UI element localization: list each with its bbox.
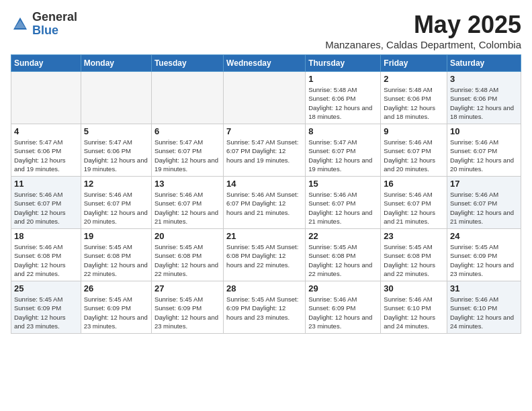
header-tuesday: Tuesday xyxy=(151,55,223,72)
day-info: Sunrise: 5:46 AM Sunset: 6:10 PM Dayligh… xyxy=(384,295,444,330)
location-title: Manzanares, Caldas Department, Colombia xyxy=(325,39,521,50)
day-number: 7 xyxy=(226,126,302,136)
calendar-cell: 26Sunrise: 5:45 AM Sunset: 6:09 PM Dayli… xyxy=(81,281,151,334)
header-wednesday: Wednesday xyxy=(224,55,306,72)
day-info: Sunrise: 5:48 AM Sunset: 6:06 PM Dayligh… xyxy=(308,85,378,121)
day-number: 22 xyxy=(308,231,378,241)
week-row-3: 18Sunrise: 5:46 AM Sunset: 6:08 PM Dayli… xyxy=(11,229,521,281)
calendar-cell: 31Sunrise: 5:46 AM Sunset: 6:10 PM Dayli… xyxy=(447,281,521,334)
calendar-cell: 8Sunrise: 5:47 AM Sunset: 6:07 PM Daylig… xyxy=(306,124,381,177)
day-number: 8 xyxy=(308,126,378,136)
day-number: 15 xyxy=(308,179,378,189)
day-info: Sunrise: 5:48 AM Sunset: 6:06 PM Dayligh… xyxy=(384,85,444,121)
calendar-cell: 1Sunrise: 5:48 AM Sunset: 6:06 PM Daylig… xyxy=(306,72,381,124)
day-number: 24 xyxy=(450,231,518,241)
calendar-table: SundayMondayTuesdayWednesdayThursdayFrid… xyxy=(11,54,521,334)
day-info: Sunrise: 5:45 AM Sunset: 6:09 PM Dayligh… xyxy=(226,295,302,322)
day-info: Sunrise: 5:47 AM Sunset: 6:06 PM Dayligh… xyxy=(14,138,78,173)
day-info: Sunrise: 5:45 AM Sunset: 6:08 PM Dayligh… xyxy=(384,242,444,278)
calendar-cell: 3Sunrise: 5:48 AM Sunset: 6:06 PM Daylig… xyxy=(447,72,521,124)
day-info: Sunrise: 5:45 AM Sunset: 6:09 PM Dayligh… xyxy=(450,242,518,278)
calendar-cell: 10Sunrise: 5:46 AM Sunset: 6:07 PM Dayli… xyxy=(447,124,521,177)
day-number: 6 xyxy=(154,126,220,136)
week-row-4: 25Sunrise: 5:45 AM Sunset: 6:09 PM Dayli… xyxy=(11,281,521,334)
day-info: Sunrise: 5:46 AM Sunset: 6:07 PM Dayligh… xyxy=(450,138,518,173)
day-number: 27 xyxy=(154,283,220,293)
month-title: May 2025 xyxy=(325,11,521,39)
logo-text: General Blue xyxy=(32,11,77,38)
calendar-cell: 22Sunrise: 5:45 AM Sunset: 6:08 PM Dayli… xyxy=(306,229,381,281)
day-info: Sunrise: 5:46 AM Sunset: 6:07 PM Dayligh… xyxy=(450,190,518,226)
logo: General Blue xyxy=(11,11,77,38)
day-number: 4 xyxy=(14,126,78,136)
day-info: Sunrise: 5:45 AM Sunset: 6:08 PM Dayligh… xyxy=(226,242,302,269)
day-number: 16 xyxy=(384,179,444,189)
day-number: 10 xyxy=(450,126,518,136)
calendar-cell: 19Sunrise: 5:45 AM Sunset: 6:08 PM Dayli… xyxy=(81,229,151,281)
day-number: 13 xyxy=(154,179,220,189)
calendar-cell: 24Sunrise: 5:45 AM Sunset: 6:09 PM Dayli… xyxy=(447,229,521,281)
day-number: 28 xyxy=(226,283,302,293)
calendar-cell: 20Sunrise: 5:45 AM Sunset: 6:08 PM Dayli… xyxy=(151,229,223,281)
svg-marker-1 xyxy=(15,20,26,28)
day-number: 5 xyxy=(84,126,148,136)
calendar-cell: 13Sunrise: 5:46 AM Sunset: 6:07 PM Dayli… xyxy=(151,177,223,229)
day-info: Sunrise: 5:45 AM Sunset: 6:08 PM Dayligh… xyxy=(154,242,220,278)
calendar-cell: 30Sunrise: 5:46 AM Sunset: 6:10 PM Dayli… xyxy=(381,281,447,334)
calendar-cell: 16Sunrise: 5:46 AM Sunset: 6:07 PM Dayli… xyxy=(381,177,447,229)
calendar-cell: 6Sunrise: 5:47 AM Sunset: 6:07 PM Daylig… xyxy=(151,124,223,177)
calendar-cell: 29Sunrise: 5:46 AM Sunset: 6:09 PM Dayli… xyxy=(306,281,381,334)
header-saturday: Saturday xyxy=(447,55,521,72)
day-info: Sunrise: 5:47 AM Sunset: 6:06 PM Dayligh… xyxy=(84,138,148,173)
day-number: 29 xyxy=(308,283,378,293)
day-info: Sunrise: 5:45 AM Sunset: 6:09 PM Dayligh… xyxy=(14,295,78,330)
header-thursday: Thursday xyxy=(306,55,381,72)
day-info: Sunrise: 5:46 AM Sunset: 6:10 PM Dayligh… xyxy=(450,295,518,330)
calendar-cell xyxy=(151,72,223,124)
day-info: Sunrise: 5:45 AM Sunset: 6:08 PM Dayligh… xyxy=(308,242,378,278)
day-number: 1 xyxy=(308,74,378,84)
day-number: 18 xyxy=(14,231,78,241)
day-number: 20 xyxy=(154,231,220,241)
day-info: Sunrise: 5:47 AM Sunset: 6:07 PM Dayligh… xyxy=(154,138,220,173)
day-number: 14 xyxy=(226,179,302,189)
header-sunday: Sunday xyxy=(11,55,81,72)
day-info: Sunrise: 5:47 AM Sunset: 6:07 PM Dayligh… xyxy=(226,138,302,165)
day-number: 12 xyxy=(84,179,148,189)
calendar-cell: 2Sunrise: 5:48 AM Sunset: 6:06 PM Daylig… xyxy=(381,72,447,124)
calendar-cell: 4Sunrise: 5:47 AM Sunset: 6:06 PM Daylig… xyxy=(11,124,81,177)
day-number: 19 xyxy=(84,231,148,241)
week-row-1: 4Sunrise: 5:47 AM Sunset: 6:06 PM Daylig… xyxy=(11,124,521,177)
page-header: General Blue May 2025 Manzanares, Caldas… xyxy=(11,11,521,50)
day-number: 9 xyxy=(384,126,444,136)
calendar-cell: 14Sunrise: 5:46 AM Sunset: 6:07 PM Dayli… xyxy=(224,177,306,229)
calendar-cell xyxy=(224,72,306,124)
calendar-cell: 12Sunrise: 5:46 AM Sunset: 6:07 PM Dayli… xyxy=(81,177,151,229)
logo-icon xyxy=(11,15,30,34)
day-number: 21 xyxy=(226,231,302,241)
day-info: Sunrise: 5:46 AM Sunset: 6:07 PM Dayligh… xyxy=(384,138,444,173)
day-info: Sunrise: 5:46 AM Sunset: 6:07 PM Dayligh… xyxy=(226,190,302,217)
logo-blue: Blue xyxy=(32,24,77,38)
title-block: May 2025 Manzanares, Caldas Department, … xyxy=(325,11,521,50)
calendar-cell: 28Sunrise: 5:45 AM Sunset: 6:09 PM Dayli… xyxy=(224,281,306,334)
calendar-cell: 25Sunrise: 5:45 AM Sunset: 6:09 PM Dayli… xyxy=(11,281,81,334)
day-number: 30 xyxy=(384,283,444,293)
calendar-cell: 17Sunrise: 5:46 AM Sunset: 6:07 PM Dayli… xyxy=(447,177,521,229)
header-monday: Monday xyxy=(81,55,151,72)
day-info: Sunrise: 5:45 AM Sunset: 6:08 PM Dayligh… xyxy=(84,242,148,278)
week-row-2: 11Sunrise: 5:46 AM Sunset: 6:07 PM Dayli… xyxy=(11,177,521,229)
day-number: 25 xyxy=(14,283,78,293)
calendar-cell: 15Sunrise: 5:46 AM Sunset: 6:07 PM Dayli… xyxy=(306,177,381,229)
calendar-cell: 21Sunrise: 5:45 AM Sunset: 6:08 PM Dayli… xyxy=(224,229,306,281)
day-info: Sunrise: 5:46 AM Sunset: 6:08 PM Dayligh… xyxy=(14,242,78,278)
day-info: Sunrise: 5:47 AM Sunset: 6:07 PM Dayligh… xyxy=(308,138,378,173)
day-info: Sunrise: 5:45 AM Sunset: 6:09 PM Dayligh… xyxy=(154,295,220,330)
day-info: Sunrise: 5:46 AM Sunset: 6:07 PM Dayligh… xyxy=(14,190,78,226)
day-info: Sunrise: 5:46 AM Sunset: 6:09 PM Dayligh… xyxy=(308,295,378,330)
day-number: 3 xyxy=(450,74,518,84)
week-row-0: 1Sunrise: 5:48 AM Sunset: 6:06 PM Daylig… xyxy=(11,72,521,124)
day-number: 26 xyxy=(84,283,148,293)
header-row: SundayMondayTuesdayWednesdayThursdayFrid… xyxy=(11,55,521,72)
day-number: 17 xyxy=(450,179,518,189)
